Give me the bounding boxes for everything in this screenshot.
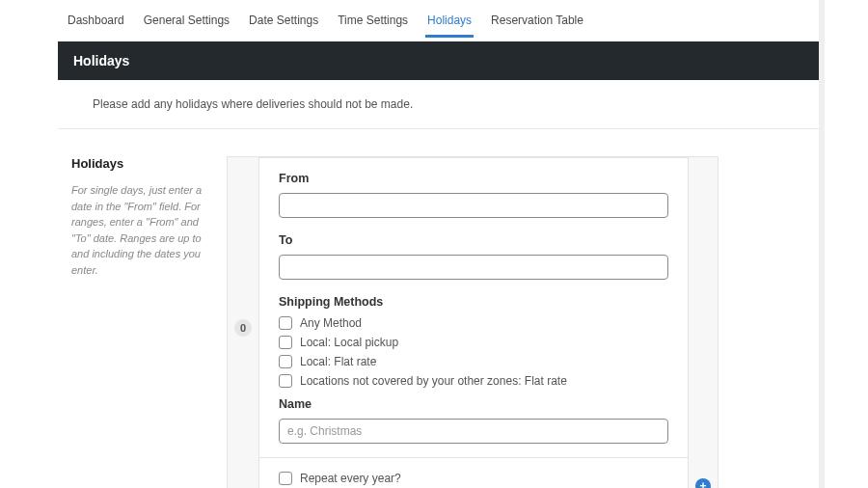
shipping-methods-label: Shipping Methods xyxy=(279,295,668,309)
checkbox-not-covered-flat-rate[interactable] xyxy=(279,374,292,388)
checkbox-local-flat-rate[interactable] xyxy=(279,355,292,368)
holiday-row-panel: 0 From To Shipping Methods xyxy=(227,156,719,488)
add-row-icon[interactable]: + xyxy=(695,478,711,488)
holidays-help-column: Holidays For single days, just enter a d… xyxy=(58,156,227,488)
checkbox-repeat-every-year[interactable] xyxy=(279,472,292,485)
to-date-input[interactable] xyxy=(279,255,668,280)
name-label: Name xyxy=(279,397,668,411)
to-label: To xyxy=(279,233,668,247)
tab-date-settings[interactable]: Date Settings xyxy=(239,8,328,33)
checkbox-any-method[interactable] xyxy=(279,316,292,330)
tab-dashboard[interactable]: Dashboard xyxy=(58,8,134,33)
checkbox-label-any-method: Any Method xyxy=(300,316,362,330)
tab-reservation-table[interactable]: Reservation Table xyxy=(481,8,593,33)
checkbox-label-repeat-every-year: Repeat every year? xyxy=(300,472,401,485)
row-divider xyxy=(259,457,688,458)
holidays-heading: Holidays xyxy=(71,156,217,171)
holidays-help-text: For single days, just enter a date in th… xyxy=(71,182,217,278)
tab-holidays[interactable]: Holidays xyxy=(418,8,481,33)
holiday-name-input[interactable] xyxy=(279,419,668,444)
row-index-badge: 0 xyxy=(234,319,252,337)
checkbox-label-not-covered-flat-rate: Locations not covered by your other zone… xyxy=(300,374,567,388)
tab-time-settings[interactable]: Time Settings xyxy=(328,8,418,33)
from-date-input[interactable] xyxy=(279,193,668,218)
scrollbar-track xyxy=(819,0,825,488)
checkbox-local-pickup[interactable] xyxy=(279,336,292,349)
from-label: From xyxy=(279,172,668,185)
checkbox-label-local-flat-rate: Local: Flat rate xyxy=(300,355,376,368)
section-description: Please add any holidays where deliveries… xyxy=(58,80,825,129)
section-title-bar: Holidays xyxy=(58,41,825,80)
checkbox-label-local-pickup: Local: Local pickup xyxy=(300,336,398,349)
tab-general-settings[interactable]: General Settings xyxy=(134,8,239,33)
settings-tabs: Dashboard General Settings Date Settings… xyxy=(58,0,825,37)
